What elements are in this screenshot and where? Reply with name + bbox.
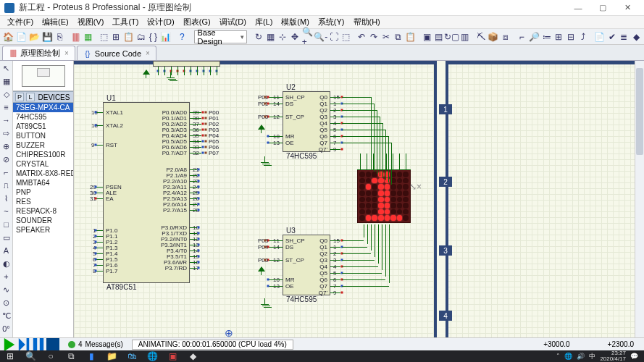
vcc-symbol[interactable]	[142, 70, 151, 78]
wire[interactable]	[342, 279, 385, 280]
menu-view[interactable]: 视图(V)	[73, 17, 109, 28]
wire[interactable]	[330, 110, 340, 111]
wire[interactable]	[330, 240, 340, 241]
wire[interactable]	[158, 67, 159, 75]
wire[interactable]	[367, 153, 367, 169]
block-rotate-icon[interactable]: ↻▢	[446, 30, 459, 43]
wire[interactable]	[96, 265, 103, 266]
wire[interactable]	[190, 141, 201, 142]
wire[interactable]	[191, 67, 191, 75]
close-project-icon[interactable]: ⎘	[54, 30, 66, 43]
home-icon[interactable]: 🏠	[2, 30, 14, 43]
device-item[interactable]: BUTTON	[13, 131, 73, 140]
ground-symbol[interactable]	[260, 298, 270, 308]
tray-vol-icon[interactable]: 🔊	[577, 353, 585, 360]
wire[interactable]	[382, 224, 382, 270]
wire[interactable]	[190, 147, 201, 148]
wire[interactable]	[190, 210, 197, 211]
tool-15[interactable]: ◐	[1, 258, 12, 269]
device-item[interactable]: MATRIX-8X8-RED	[13, 169, 73, 178]
wire[interactable]	[386, 153, 387, 169]
refresh-icon[interactable]: ↻	[253, 30, 264, 43]
tool-13[interactable]: ▭	[1, 232, 12, 243]
schematic-canvas[interactable]: U1 AT89C51 U2 74HC595 U3 74HC595 ⤡× ⊕ XT…	[74, 61, 644, 337]
wire[interactable]	[330, 143, 340, 143]
wire[interactable]	[190, 251, 197, 251]
menu-help[interactable]: 帮助(H)	[349, 17, 385, 28]
wire[interactable]	[96, 230, 103, 231]
wire[interactable]	[342, 286, 389, 287]
wire[interactable]	[367, 224, 368, 244]
tab-schematic[interactable]: 🀫 原理图绘制 ×	[2, 46, 75, 60]
wire[interactable]	[342, 136, 388, 137]
wire[interactable]	[374, 104, 375, 172]
proteus-taskbar-icon[interactable]: ◆	[185, 351, 200, 361]
tool-17[interactable]: ∿	[1, 284, 12, 295]
pick-icon[interactable]: ⛏	[475, 30, 487, 43]
wire[interactable]	[330, 149, 340, 150]
bom-report-icon[interactable]: 📄	[593, 30, 606, 43]
wire[interactable]	[360, 153, 361, 169]
wire[interactable]	[375, 224, 375, 257]
wire[interactable]	[96, 198, 103, 199]
scrollbar-thumb[interactable]	[636, 68, 643, 155]
gerber-icon[interactable]: ⊞	[110, 30, 122, 43]
zoom-in-icon[interactable]: 🔍+	[301, 30, 314, 43]
wire[interactable]	[330, 292, 340, 293]
wire[interactable]	[96, 242, 103, 243]
menu-library[interactable]: 库(L)	[251, 17, 277, 28]
menu-graph[interactable]: 图表(G)	[179, 17, 215, 28]
vsm-icon[interactable]: 📊	[159, 30, 172, 43]
schematic-icon[interactable]: 🀫	[70, 30, 82, 43]
cortana-icon[interactable]: ○	[43, 351, 58, 361]
wire[interactable]	[96, 112, 103, 113]
wire[interactable]	[330, 123, 340, 124]
tray-net-icon[interactable]: 🌐	[564, 353, 572, 360]
vcc-symbol[interactable]	[257, 125, 266, 133]
wire[interactable]	[96, 271, 103, 272]
maximize-button[interactable]: ▢	[590, 0, 615, 16]
wire[interactable]	[399, 153, 400, 169]
wire[interactable]	[164, 67, 165, 75]
block-move-icon[interactable]: ▤	[433, 30, 445, 43]
system-tray[interactable]: ˄ 🌐 🔊 中 23:272020/4/17 💬	[556, 350, 641, 362]
wire[interactable]	[190, 268, 197, 269]
tool-11[interactable]: ~	[1, 206, 12, 217]
wire[interactable]	[330, 266, 340, 267]
wire[interactable]	[268, 136, 283, 137]
undo-icon[interactable]: ↶	[356, 30, 367, 43]
block-delete-icon[interactable]: ▥	[459, 30, 471, 43]
wire[interactable]	[96, 259, 103, 260]
wire[interactable]	[330, 117, 340, 117]
tab-close-icon[interactable]: ×	[146, 49, 150, 57]
3d-icon[interactable]: ⬚	[99, 30, 110, 43]
chrome-taskbar-icon[interactable]: 🌐	[145, 351, 159, 361]
wire[interactable]	[393, 153, 393, 169]
wire[interactable]	[342, 273, 382, 274]
device-item[interactable]: RES	[13, 197, 73, 206]
wire[interactable]	[190, 169, 197, 170]
wire[interactable]	[190, 130, 201, 130]
wire[interactable]	[96, 248, 103, 248]
message-indicator[interactable]: 4 Message(s)	[68, 340, 123, 348]
wire[interactable]	[330, 286, 340, 287]
wire[interactable]	[268, 279, 283, 280]
wire[interactable]	[217, 67, 217, 75]
menu-design[interactable]: 设计(D)	[143, 17, 178, 28]
wire[interactable]	[96, 145, 103, 146]
wire[interactable]	[190, 118, 201, 119]
wire[interactable]	[268, 117, 283, 117]
wire[interactable]	[330, 130, 340, 130]
wire[interactable]	[342, 123, 382, 124]
wire[interactable]	[342, 253, 371, 254]
tool-20[interactable]: 0°	[1, 323, 12, 334]
wire[interactable]	[391, 143, 392, 185]
wire[interactable]	[406, 153, 406, 169]
wire[interactable]	[342, 104, 374, 104]
wire[interactable]	[342, 110, 377, 111]
zoom-all-icon[interactable]: ⛶	[328, 30, 340, 43]
wire[interactable]	[190, 175, 197, 176]
package-icon[interactable]: 📦	[487, 30, 499, 43]
wire[interactable]	[190, 135, 201, 136]
tool-16[interactable]: +	[1, 271, 12, 282]
